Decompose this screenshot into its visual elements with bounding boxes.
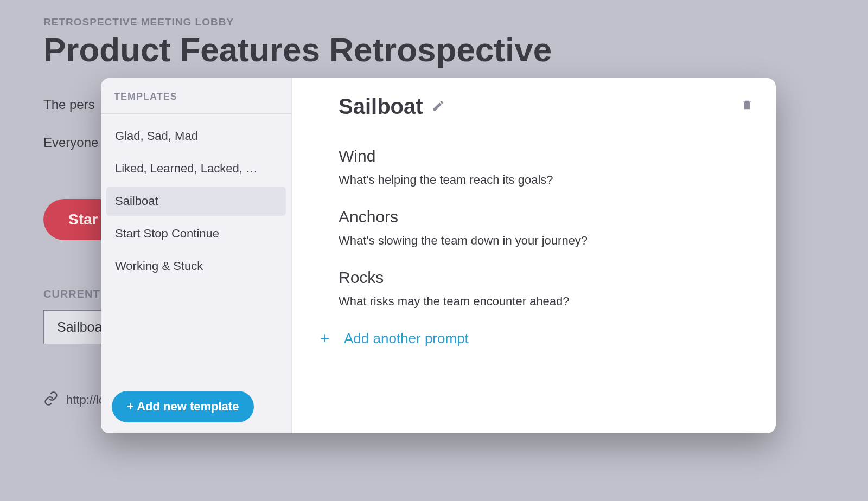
template-detail: Sailboat Wind What's helping the team re… bbox=[292, 78, 776, 433]
prompt-item: Rocks What risks may the team encounter … bbox=[339, 268, 750, 309]
add-template-button[interactable]: + Add new template bbox=[112, 391, 254, 422]
plus-icon: + bbox=[317, 329, 333, 348]
template-item[interactable]: Liked, Learned, Lacked, … bbox=[106, 154, 286, 183]
template-name: Sailboat bbox=[339, 94, 423, 119]
page-title: Product Features Retrospective bbox=[43, 30, 835, 69]
template-item[interactable]: Start Stop Continue bbox=[106, 219, 286, 248]
template-list: Glad, Sad, Mad Liked, Learned, Lacked, …… bbox=[101, 114, 291, 433]
prompt-list: Wind What's helping the team reach its g… bbox=[339, 147, 750, 309]
template-sidebar: TEMPLATES Glad, Sad, Mad Liked, Learned,… bbox=[101, 78, 292, 433]
delete-icon[interactable] bbox=[741, 98, 753, 114]
template-item[interactable]: Glad, Sad, Mad bbox=[106, 121, 286, 151]
prompt-item: Anchors What's slowing the team down in … bbox=[339, 208, 750, 248]
prompt-desc: What's helping the team reach its goals? bbox=[339, 173, 750, 187]
prompt-desc: What risks may the team encounter ahead? bbox=[339, 294, 750, 309]
templates-heading: TEMPLATES bbox=[101, 78, 291, 114]
prompt-desc: What's slowing the team down in your jou… bbox=[339, 234, 750, 248]
add-prompt-label: Add another prompt bbox=[344, 330, 469, 347]
template-modal: TEMPLATES Glad, Sad, Mad Liked, Learned,… bbox=[101, 78, 776, 433]
template-detail-header: Sailboat bbox=[339, 94, 750, 119]
prompt-title: Rocks bbox=[339, 268, 750, 287]
add-prompt-button[interactable]: + Add another prompt bbox=[339, 329, 750, 348]
edit-icon[interactable] bbox=[432, 99, 445, 114]
prompt-title: Wind bbox=[339, 147, 750, 165]
prompt-title: Anchors bbox=[339, 208, 750, 226]
link-icon bbox=[43, 391, 59, 409]
page-eyebrow: RETROSPECTIVE MEETING LOBBY bbox=[43, 16, 835, 28]
template-item[interactable]: Sailboat bbox=[106, 187, 286, 216]
prompt-item: Wind What's helping the team reach its g… bbox=[339, 147, 750, 187]
template-item[interactable]: Working & Stuck bbox=[106, 252, 286, 281]
